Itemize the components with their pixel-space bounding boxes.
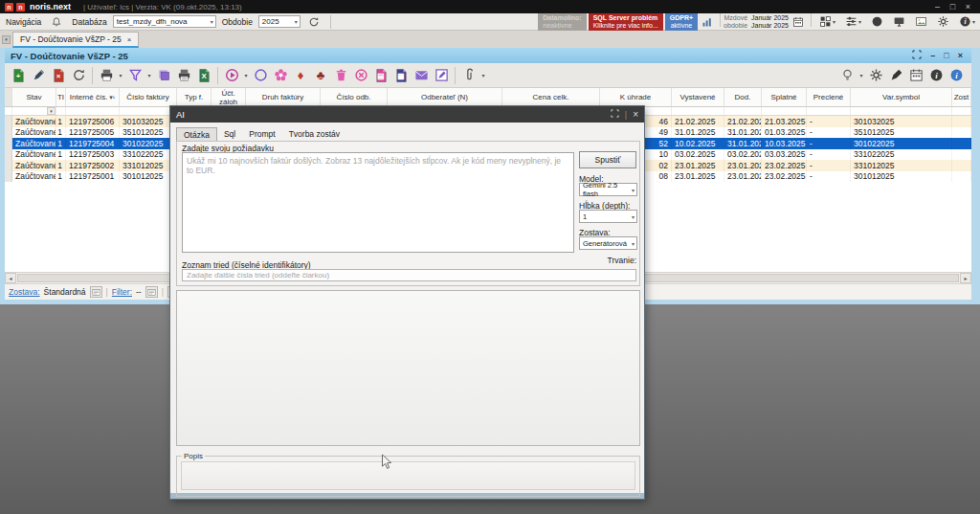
edit-square-button[interactable] [432, 66, 451, 85]
zostava-link[interactable]: Zostava: [9, 287, 40, 297]
col-header-interne[interactable]: Interné čís.▾¹ [66, 88, 120, 106]
cell-cislo_fakt[interactable]: 331022025 [120, 149, 177, 161]
cell-zost[interactable] [952, 116, 971, 127]
ai-close-icon[interactable]: × [633, 109, 638, 120]
layers-button[interactable] [154, 66, 173, 85]
new-document-button[interactable]: + [9, 66, 28, 85]
col-header-stav[interactable]: Stav [12, 88, 56, 106]
cell-preclene[interactable]: - [807, 149, 851, 161]
club-button[interactable]: ♣ [311, 66, 330, 85]
fv-expand-icon[interactable] [912, 50, 922, 61]
document-navy-button[interactable]: ▦ [391, 66, 411, 85]
cell-interne[interactable]: 1219725002 [66, 160, 120, 171]
cell-zost[interactable] [952, 160, 971, 171]
col-header-cena[interactable]: Cena celk. [502, 88, 600, 106]
image-button[interactable] [910, 15, 932, 28]
tab-close-icon[interactable]: × [127, 35, 132, 44]
cell-interne[interactable]: 1219725003 [66, 149, 120, 161]
info-dark-button[interactable]: i▾ [954, 15, 980, 28]
chevron-down-icon[interactable]: ▾ [479, 72, 487, 78]
cell-splatne[interactable]: 21.03.2025 [762, 116, 807, 127]
filter-cell-stav[interactable]: ▾ [12, 107, 56, 115]
cell-zost[interactable] [952, 138, 971, 149]
filter-cell-dod[interactable] [724, 107, 762, 115]
cell-dod[interactable]: 23.01.2025 [724, 160, 762, 171]
cell-zost[interactable] [952, 149, 971, 161]
cell-cislo_fakt[interactable]: 301032025 [120, 116, 177, 127]
fv-close-button[interactable]: × [958, 50, 963, 61]
cell-preclene[interactable]: - [807, 138, 851, 149]
col-header-splatne[interactable]: Splatné [762, 88, 807, 106]
cell-vystavene[interactable]: 31.01.2025 [672, 127, 724, 139]
tab-fv-douctovanie[interactable]: FV - Doúčtovanie VšZP - 25 × [12, 32, 139, 48]
cell-ind[interactable] [5, 116, 12, 127]
filter-cell-preclene[interactable] [807, 107, 851, 115]
edit-pencil-button[interactable] [29, 66, 48, 85]
cell-interne[interactable]: 1219725001 [66, 171, 120, 183]
ai-dialog-titlebar[interactable]: AI | × [170, 106, 644, 123]
cell-preclene[interactable]: - [807, 160, 851, 171]
col-header-cislo_fakt[interactable]: Číslo faktúry [120, 88, 177, 106]
request-textarea[interactable] [182, 152, 574, 253]
cell-stav[interactable]: Zaúčtované [12, 171, 56, 183]
cell-ind[interactable] [5, 171, 12, 183]
calendar-icon[interactable] [789, 13, 808, 31]
cell-vystavene[interactable]: 03.02.2025 [672, 149, 724, 161]
gdpr-badge[interactable]: GDPR+ aktívne [665, 13, 698, 31]
col-header-zost[interactable]: Zost [952, 88, 971, 106]
pen-button[interactable] [886, 66, 905, 85]
cell-var_symbol[interactable]: 331012025 [851, 160, 952, 171]
cell-ti[interactable]: 1 [56, 149, 66, 161]
refresh-button[interactable] [69, 66, 88, 85]
filter-cell-var_symbol[interactable] [851, 107, 952, 115]
cell-cislo_fakt[interactable]: 351012025 [120, 127, 177, 139]
fv-minimize-button[interactable]: – [930, 50, 935, 61]
col-header-odberatel[interactable]: Odberateľ (N) [388, 88, 502, 106]
flower-button[interactable] [271, 66, 290, 85]
cell-vystavene[interactable]: 21.02.2025 [672, 116, 724, 127]
col-header-typ_f[interactable]: Typ f. [177, 88, 212, 106]
filter-cell-cislo_fakt[interactable] [120, 107, 177, 115]
col-header-cislo_odb[interactable]: Číslo odb. [321, 88, 388, 106]
ring-button[interactable] [251, 66, 270, 85]
paperclip-button[interactable] [459, 66, 479, 85]
cell-splatne[interactable]: 03.03.2025 [762, 149, 807, 161]
cell-ti[interactable]: 1 [56, 160, 66, 171]
cell-preclene[interactable]: - [807, 116, 851, 127]
zostava-options-icon[interactable] [90, 286, 102, 298]
zostava-select[interactable]: Generátorová▾ [579, 236, 637, 250]
navigation-menu[interactable]: Navigácia [4, 17, 43, 27]
cell-interne[interactable]: 1219725006 [66, 116, 120, 127]
cell-ind[interactable] [5, 149, 12, 161]
cell-ti[interactable]: 1 [56, 116, 66, 127]
filter-funnel-button[interactable] [125, 66, 145, 85]
depth-select[interactable]: 1▾ [579, 210, 637, 223]
cell-splatne[interactable]: 10.03.2025 [762, 138, 807, 149]
cell-cislo_fakt[interactable]: 331012025 [120, 160, 177, 171]
bell-icon[interactable] [47, 16, 66, 28]
trash-button[interactable] [331, 66, 350, 85]
monitor-button[interactable] [888, 15, 910, 28]
cell-var_symbol[interactable]: 301022025 [851, 138, 952, 149]
filter-options-icon[interactable] [145, 286, 158, 298]
col-header-k_uhrade[interactable]: K úhrade [600, 88, 672, 106]
cell-stav[interactable]: Zaúčtované [12, 127, 56, 139]
col-header-ti[interactable]: TI [56, 88, 66, 106]
cell-var_symbol[interactable]: 301012025 [851, 171, 952, 183]
col-header-preclene[interactable]: Preclené [807, 88, 851, 106]
filter-cell-interne[interactable] [66, 107, 120, 115]
cell-cislo_fakt[interactable]: 301022025 [120, 138, 177, 149]
cell-vystavene[interactable]: 10.02.2025 [672, 138, 724, 149]
cell-ind[interactable] [5, 138, 12, 149]
filter-dropdown-icon[interactable]: ▾ [47, 107, 56, 115]
cell-stav[interactable]: Zaúčtované [12, 160, 56, 171]
cell-stav[interactable]: Zaúčtované [12, 116, 56, 127]
cell-ti[interactable]: 1 [56, 171, 66, 183]
dark-circle-button[interactable] [866, 15, 888, 28]
filter-cell-ti[interactable] [56, 107, 66, 115]
app-minimize-button[interactable]: – [930, 1, 945, 13]
cancel-circle-button[interactable] [351, 66, 370, 85]
cell-var_symbol[interactable]: 331022025 [851, 149, 952, 161]
sql-server-alert-badge[interactable]: SQL Server problém Kliknite pre viac inf… [589, 13, 663, 31]
info-dark-button[interactable]: i [926, 66, 946, 85]
